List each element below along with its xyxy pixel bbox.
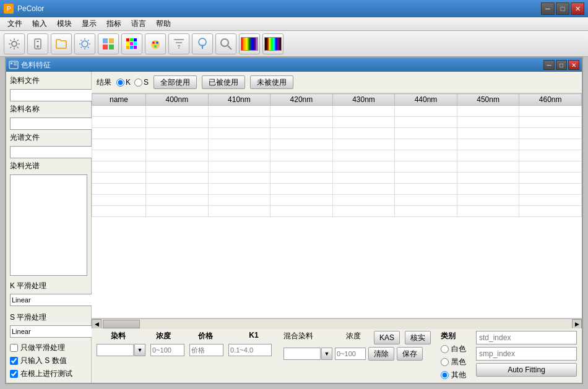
inner-window-icon — [9, 61, 19, 69]
k1-col-label: K1 — [229, 331, 279, 341]
inner-minimize-button[interactable]: ─ — [543, 60, 555, 70]
menu-module[interactable]: 模块 — [52, 17, 77, 30]
dye-file-label: 染料文件 — [10, 75, 87, 86]
auto-fitting-button[interactable]: Auto Fitting — [476, 363, 577, 377]
unused-button[interactable]: 未被使用 — [250, 75, 293, 89]
inner-title-buttons: ─ □ ✕ — [543, 60, 579, 70]
toolbar-remote[interactable] — [27, 33, 48, 54]
std-index-input[interactable] — [476, 331, 577, 344]
radio-k[interactable] — [116, 79, 124, 87]
scroll-track[interactable] — [102, 319, 572, 329]
inner-close-button[interactable]: ✕ — [568, 60, 579, 70]
radio-black[interactable] — [441, 358, 449, 366]
menu-input[interactable]: 输入 — [27, 17, 52, 30]
menu-file[interactable]: 文件 — [2, 17, 27, 30]
used-button[interactable]: 已被使用 — [202, 75, 245, 89]
k-smooth-row: Linear ▼ — [10, 294, 87, 306]
maximize-button[interactable]: □ — [556, 2, 569, 15]
table-row — [92, 173, 582, 184]
verify-button[interactable]: 核实 — [405, 331, 431, 344]
smp-index-input[interactable] — [476, 347, 577, 361]
dye-name-input[interactable] — [10, 118, 99, 130]
s-smooth-input[interactable]: Linear — [10, 325, 99, 338]
toolbar-grid1[interactable] — [98, 33, 119, 54]
col-440nm: 440nm — [395, 94, 457, 106]
save-button[interactable]: 保存 — [397, 347, 423, 361]
index-section: Auto Fitting — [476, 331, 577, 377]
toolbar-settings[interactable] — [4, 33, 25, 54]
menu-help[interactable]: 帮助 — [151, 17, 176, 30]
k-smooth-label: K 平滑处理 — [10, 281, 87, 291]
col-410nm: 410nm — [208, 94, 270, 106]
dye-select-dropdown[interactable]: ▼ — [134, 344, 145, 356]
mixed-conc-input[interactable] — [335, 348, 366, 360]
dye-file-input[interactable] — [10, 89, 99, 101]
toolbar-grid2[interactable] — [121, 33, 142, 54]
toolbar-search[interactable] — [215, 33, 236, 54]
dye-header: 染料 浓度 价格 K1 — [97, 331, 279, 341]
svg-point-4 — [82, 41, 88, 47]
toolbar — [0, 31, 588, 57]
dye-select-input[interactable] — [97, 344, 134, 356]
dye-name-label: 染料名称 — [10, 104, 87, 114]
col-460nm: 460nm — [519, 94, 582, 106]
table-row — [92, 161, 582, 173]
title-bar: P PeColor ─ □ ✕ — [0, 0, 588, 17]
menu-display[interactable]: 显示 — [77, 17, 102, 30]
dye-input-row: ▼ — [97, 344, 279, 356]
title-bar-buttons: ─ □ ✕ — [541, 2, 584, 15]
radio-s[interactable] — [134, 79, 142, 87]
scroll-left-button[interactable]: ◀ — [92, 319, 102, 329]
minimize-button[interactable]: ─ — [541, 2, 555, 15]
checkbox-smooth-only: 只做平滑处理 — [10, 343, 87, 353]
mixed-select-input[interactable] — [283, 348, 321, 360]
conc-input[interactable] — [150, 344, 184, 356]
checkbox-s-only: 只输入 S 数值 — [10, 356, 87, 366]
scroll-right-button[interactable]: ▶ — [572, 319, 582, 329]
toolbar-spectrum1[interactable] — [239, 33, 260, 54]
other-label: 其他 — [451, 370, 466, 380]
root-test-checkbox[interactable] — [10, 370, 18, 378]
k-smooth-input[interactable]: Linear — [10, 294, 99, 306]
smooth-only-checkbox[interactable] — [10, 344, 18, 352]
s-smooth-row: Linear ▼ — [10, 325, 87, 338]
mixed-conc-label: 浓度 — [338, 331, 369, 344]
clear-button[interactable]: 清除 — [368, 347, 394, 361]
col-400nm: 400nm — [146, 94, 209, 106]
app-title: PeColor — [17, 4, 44, 13]
radio-s-label: S — [134, 78, 149, 87]
toolbar-filter[interactable] — [168, 33, 189, 54]
all-use-button[interactable]: 全部使用 — [153, 75, 197, 89]
category-black: 黑色 — [441, 357, 466, 367]
left-panel: 染料文件 ▼ 染料名称 ▼ 光谱文件 ▼ 染料光谱 K 平滑处理 Linear … — [6, 72, 92, 383]
s-only-checkbox[interactable] — [10, 357, 18, 365]
mixed-select-dropdown[interactable]: ▼ — [321, 348, 332, 360]
category-title: 类别 — [441, 331, 466, 341]
close-button[interactable]: ✕ — [571, 2, 584, 15]
price-input[interactable] — [189, 344, 223, 356]
inner-restore-button[interactable]: □ — [556, 60, 567, 70]
spectrum-file-label: 光谱文件 — [10, 132, 87, 143]
table-row — [92, 117, 582, 128]
toolbar-open[interactable] — [51, 33, 72, 54]
toolbar-light[interactable] — [74, 33, 95, 54]
bottom-controls: 染料 浓度 价格 K1 ▼ — [92, 328, 582, 383]
mixed-dye-section: 混合染料 浓度 KAS 核实 ▼ 清除 保存 — [283, 331, 431, 361]
kas-button[interactable]: KAS — [374, 331, 400, 344]
radio-white[interactable] — [441, 345, 449, 353]
radio-other[interactable] — [441, 371, 449, 379]
menu-indicator[interactable]: 指标 — [102, 17, 126, 30]
menu-language[interactable]: 语言 — [126, 17, 151, 30]
toolbar-spectrum2[interactable] — [262, 33, 283, 54]
menu-bar: 文件 输入 模块 显示 指标 语言 帮助 — [0, 17, 588, 31]
spectrum-file-input[interactable] — [10, 146, 99, 158]
scroll-thumb[interactable] — [103, 320, 140, 328]
table-row — [92, 128, 582, 139]
s-only-label: 只输入 S 数值 — [20, 356, 67, 366]
mixed-header: 混合染料 浓度 KAS 核实 — [283, 331, 431, 344]
svg-rect-11 — [134, 38, 137, 41]
k1-input[interactable] — [228, 344, 272, 356]
toolbar-brush[interactable] — [192, 33, 213, 54]
toolbar-palette[interactable] — [145, 33, 166, 54]
svg-point-21 — [154, 45, 157, 48]
